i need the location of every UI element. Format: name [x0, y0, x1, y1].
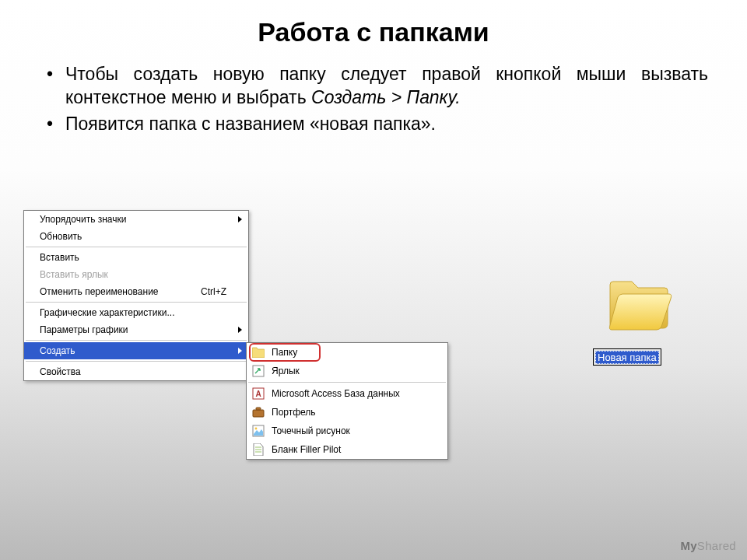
menu-arrange-icons[interactable]: Упорядочить значки [24, 211, 248, 228]
menu-properties-label: Свойства [40, 366, 81, 377]
submenu-shortcut-label: Ярлык [272, 366, 300, 376]
submenu-briefcase[interactable]: Портфель [247, 403, 447, 422]
submenu-filler-pilot[interactable]: Бланк Filler Pilot [247, 440, 447, 459]
menu-separator [26, 302, 247, 303]
document-icon [251, 443, 265, 457]
create-submenu: Папку Ярлык A Microsoft Access База данн… [246, 342, 448, 460]
menu-refresh[interactable]: Обновить [24, 228, 248, 245]
bitmap-icon [251, 424, 265, 438]
menu-graphics-params[interactable]: Параметры графики [24, 321, 248, 338]
submenu-arrow-icon [238, 327, 242, 333]
folder-icon [251, 345, 265, 359]
watermark-bold: My [680, 539, 696, 552]
submenu-access-label: Microsoft Access База данных [272, 388, 400, 399]
submenu-bitmap-label: Точечный рисунок [272, 425, 350, 436]
submenu-bitmap[interactable]: Точечный рисунок [247, 422, 447, 440]
submenu-folder[interactable]: Папку [247, 343, 447, 362]
menu-separator [26, 247, 247, 247]
briefcase-icon [251, 405, 265, 419]
new-folder-name-editbox[interactable]: Новая папка [593, 348, 661, 366]
menu-create-label: Создать [40, 345, 75, 356]
menu-paste-label: Вставить [40, 252, 79, 263]
submenu-access-db[interactable]: A Microsoft Access База данных [247, 384, 447, 403]
menu-undo-shortcut: Ctrl+Z [201, 286, 240, 297]
svg-rect-4 [256, 408, 261, 410]
menu-undo-label: Отменить переименование [40, 286, 159, 297]
svg-rect-3 [253, 410, 264, 417]
submenu-shortcut[interactable]: Ярлык [247, 362, 447, 380]
svg-point-6 [255, 428, 258, 430]
submenu-filler-label: Бланк Filler Pilot [272, 444, 341, 455]
submenu-folder-label: Папку [272, 347, 297, 358]
bullet-2: Появится папка с названием «новая папка»… [47, 113, 708, 136]
menu-gfx-chars-label: Графические характеристики... [40, 307, 174, 318]
shortcut-icon [251, 364, 265, 378]
large-folder-icon [605, 277, 672, 334]
submenu-briefcase-label: Портфель [272, 407, 316, 418]
slide-body: Чтобы создать новую папку следует правой… [0, 47, 747, 136]
watermark: MyShared [680, 539, 736, 552]
menu-separator [248, 382, 446, 383]
menu-create[interactable]: Создать [24, 342, 248, 359]
menu-separator [26, 361, 247, 362]
menu-refresh-label: Обновить [40, 231, 82, 242]
svg-text:A: A [255, 390, 261, 398]
context-menu: Упорядочить значки Обновить Вставить Вст… [23, 210, 249, 381]
bullet-1: Чтобы создать новую папку следует правой… [47, 63, 708, 110]
menu-separator [26, 340, 247, 341]
menu-arrange-label: Упорядочить значки [40, 214, 127, 225]
slide-title: Работа с папками [0, 0, 747, 47]
menu-properties[interactable]: Свойства [24, 363, 248, 380]
menu-gfx-params-label: Параметры графики [40, 324, 128, 335]
menu-undo-rename[interactable]: Отменить переименование Ctrl+Z [24, 283, 248, 300]
new-folder-name-text: Новая папка [595, 351, 659, 364]
menu-paste[interactable]: Вставить [24, 249, 248, 266]
bullet-1-italic: Создать > Папку. [311, 87, 461, 107]
menu-graphics-characteristics[interactable]: Графические характеристики... [24, 304, 248, 321]
submenu-arrow-icon [238, 348, 242, 354]
menu-paste-shortcut: Вставить ярлык [24, 266, 248, 283]
access-icon: A [251, 387, 265, 401]
svg-rect-0 [253, 366, 264, 376]
submenu-arrow-icon [238, 216, 242, 222]
menu-paste-shortcut-label: Вставить ярлык [40, 269, 108, 280]
watermark-light: Shared [697, 539, 736, 552]
